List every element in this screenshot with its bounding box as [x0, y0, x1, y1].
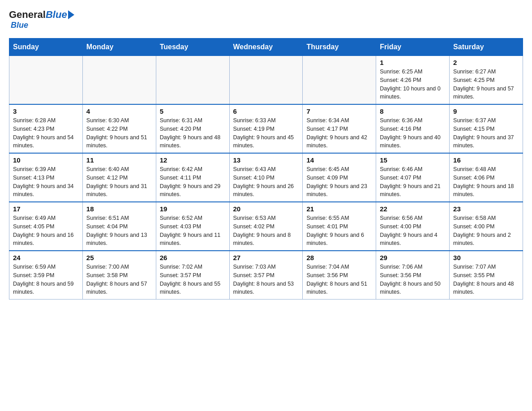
calendar-week-3: 10Sunrise: 6:39 AM Sunset: 4:13 PM Dayli…	[9, 153, 523, 202]
day-number: 25	[86, 254, 152, 261]
day-info: Sunrise: 6:52 AM Sunset: 4:03 PM Dayligh…	[160, 214, 226, 248]
day-info: Sunrise: 6:42 AM Sunset: 4:11 PM Dayligh…	[160, 165, 226, 199]
header-monday: Monday	[82, 39, 156, 56]
calendar-cell: 22Sunrise: 6:56 AM Sunset: 4:00 PM Dayli…	[376, 202, 450, 251]
calendar-cell: 3Sunrise: 6:28 AM Sunset: 4:23 PM Daylig…	[9, 104, 83, 153]
day-info: Sunrise: 7:06 AM Sunset: 3:56 PM Dayligh…	[380, 263, 446, 296]
day-number: 27	[233, 254, 299, 261]
day-number: 15	[380, 156, 446, 164]
calendar-cell	[229, 56, 303, 105]
calendar-cell: 19Sunrise: 6:52 AM Sunset: 4:03 PM Dayli…	[156, 202, 229, 251]
day-info: Sunrise: 6:56 AM Sunset: 4:00 PM Dayligh…	[380, 214, 446, 248]
calendar-cell: 2Sunrise: 6:27 AM Sunset: 4:25 PM Daylig…	[450, 56, 523, 105]
calendar-cell: 20Sunrise: 6:53 AM Sunset: 4:02 PM Dayli…	[229, 202, 303, 251]
day-number: 28	[306, 254, 372, 261]
calendar-week-5: 24Sunrise: 6:59 AM Sunset: 3:59 PM Dayli…	[9, 251, 523, 300]
day-number: 6	[233, 107, 299, 115]
day-info: Sunrise: 7:04 AM Sunset: 3:56 PM Dayligh…	[306, 263, 372, 296]
calendar-cell: 13Sunrise: 6:43 AM Sunset: 4:10 PM Dayli…	[229, 153, 303, 202]
day-number: 14	[306, 156, 372, 164]
calendar-cell: 29Sunrise: 7:06 AM Sunset: 3:56 PM Dayli…	[376, 251, 450, 300]
header-friday: Friday	[376, 39, 450, 56]
page-header: General Blue Blue	[9, 9, 523, 30]
logo-blue: Blue	[46, 9, 67, 21]
logo-subtitle: Blue	[11, 21, 28, 30]
calendar-cell: 27Sunrise: 7:03 AM Sunset: 3:57 PM Dayli…	[229, 251, 303, 300]
day-info: Sunrise: 6:37 AM Sunset: 4:15 PM Dayligh…	[453, 116, 519, 150]
day-info: Sunrise: 6:33 AM Sunset: 4:19 PM Dayligh…	[233, 116, 299, 150]
day-info: Sunrise: 6:58 AM Sunset: 4:00 PM Dayligh…	[453, 214, 519, 248]
day-number: 5	[160, 107, 226, 115]
day-info: Sunrise: 6:25 AM Sunset: 4:26 PM Dayligh…	[380, 68, 446, 101]
day-info: Sunrise: 6:53 AM Sunset: 4:02 PM Dayligh…	[233, 214, 299, 248]
day-number: 29	[380, 254, 446, 261]
header-sunday: Sunday	[9, 39, 83, 56]
day-number: 9	[453, 107, 519, 115]
calendar-cell: 7Sunrise: 6:34 AM Sunset: 4:17 PM Daylig…	[303, 104, 376, 153]
day-info: Sunrise: 6:39 AM Sunset: 4:13 PM Dayligh…	[13, 165, 79, 199]
calendar-week-4: 17Sunrise: 6:49 AM Sunset: 4:05 PM Dayli…	[9, 202, 523, 251]
day-info: Sunrise: 6:43 AM Sunset: 4:10 PM Dayligh…	[233, 165, 299, 199]
day-info: Sunrise: 7:07 AM Sunset: 3:55 PM Dayligh…	[453, 263, 519, 296]
day-number: 18	[86, 205, 152, 213]
day-number: 8	[380, 107, 446, 115]
calendar-cell	[303, 56, 376, 105]
header-thursday: Thursday	[303, 39, 376, 56]
day-number: 4	[86, 107, 152, 115]
calendar-cell: 23Sunrise: 6:58 AM Sunset: 4:00 PM Dayli…	[450, 202, 523, 251]
logo: General Blue Blue	[9, 9, 74, 30]
day-number: 23	[453, 205, 519, 213]
calendar-cell	[82, 56, 156, 105]
day-info: Sunrise: 6:30 AM Sunset: 4:22 PM Dayligh…	[86, 116, 152, 150]
day-info: Sunrise: 6:51 AM Sunset: 4:04 PM Dayligh…	[86, 214, 152, 248]
day-number: 24	[13, 254, 79, 261]
day-number: 21	[306, 205, 372, 213]
calendar-cell: 25Sunrise: 7:00 AM Sunset: 3:58 PM Dayli…	[82, 251, 156, 300]
calendar-cell	[9, 56, 83, 105]
calendar-week-2: 3Sunrise: 6:28 AM Sunset: 4:23 PM Daylig…	[9, 104, 523, 153]
calendar-cell: 24Sunrise: 6:59 AM Sunset: 3:59 PM Dayli…	[9, 251, 83, 300]
day-number: 30	[453, 254, 519, 261]
calendar-cell: 16Sunrise: 6:48 AM Sunset: 4:06 PM Dayli…	[450, 153, 523, 202]
day-number: 16	[453, 156, 519, 164]
day-number: 19	[160, 205, 226, 213]
day-info: Sunrise: 7:02 AM Sunset: 3:57 PM Dayligh…	[160, 263, 226, 296]
calendar-cell: 28Sunrise: 7:04 AM Sunset: 3:56 PM Dayli…	[303, 251, 376, 300]
day-number: 22	[380, 205, 446, 213]
day-info: Sunrise: 6:36 AM Sunset: 4:16 PM Dayligh…	[380, 116, 446, 150]
header-wednesday: Wednesday	[229, 39, 303, 56]
day-number: 3	[13, 107, 79, 115]
calendar-header-row: SundayMondayTuesdayWednesdayThursdayFrid…	[9, 39, 523, 56]
calendar-cell: 10Sunrise: 6:39 AM Sunset: 4:13 PM Dayli…	[9, 153, 83, 202]
day-number: 20	[233, 205, 299, 213]
calendar-table: SundayMondayTuesdayWednesdayThursdayFrid…	[9, 38, 523, 300]
day-info: Sunrise: 6:45 AM Sunset: 4:09 PM Dayligh…	[306, 165, 372, 199]
calendar-cell: 8Sunrise: 6:36 AM Sunset: 4:16 PM Daylig…	[376, 104, 450, 153]
calendar-cell: 12Sunrise: 6:42 AM Sunset: 4:11 PM Dayli…	[156, 153, 229, 202]
day-number: 12	[160, 156, 226, 164]
day-info: Sunrise: 6:55 AM Sunset: 4:01 PM Dayligh…	[306, 214, 372, 248]
calendar-cell: 15Sunrise: 6:46 AM Sunset: 4:07 PM Dayli…	[376, 153, 450, 202]
day-info: Sunrise: 6:34 AM Sunset: 4:17 PM Dayligh…	[306, 116, 372, 150]
header-saturday: Saturday	[450, 39, 523, 56]
day-info: Sunrise: 6:49 AM Sunset: 4:05 PM Dayligh…	[13, 214, 79, 248]
header-tuesday: Tuesday	[156, 39, 229, 56]
day-info: Sunrise: 6:40 AM Sunset: 4:12 PM Dayligh…	[86, 165, 152, 199]
day-info: Sunrise: 7:00 AM Sunset: 3:58 PM Dayligh…	[86, 263, 152, 296]
calendar-cell: 30Sunrise: 7:07 AM Sunset: 3:55 PM Dayli…	[450, 251, 523, 300]
day-info: Sunrise: 6:59 AM Sunset: 3:59 PM Dayligh…	[13, 263, 79, 296]
day-number: 10	[13, 156, 79, 164]
calendar-cell: 4Sunrise: 6:30 AM Sunset: 4:22 PM Daylig…	[82, 104, 156, 153]
day-number: 11	[86, 156, 152, 164]
day-number: 1	[380, 59, 446, 66]
calendar-cell: 14Sunrise: 6:45 AM Sunset: 4:09 PM Dayli…	[303, 153, 376, 202]
calendar-cell: 18Sunrise: 6:51 AM Sunset: 4:04 PM Dayli…	[82, 202, 156, 251]
day-info: Sunrise: 6:27 AM Sunset: 4:25 PM Dayligh…	[453, 68, 519, 101]
day-info: Sunrise: 6:48 AM Sunset: 4:06 PM Dayligh…	[453, 165, 519, 199]
day-info: Sunrise: 6:46 AM Sunset: 4:07 PM Dayligh…	[380, 165, 446, 199]
calendar-cell: 21Sunrise: 6:55 AM Sunset: 4:01 PM Dayli…	[303, 202, 376, 251]
day-info: Sunrise: 6:28 AM Sunset: 4:23 PM Dayligh…	[13, 116, 79, 150]
day-info: Sunrise: 6:31 AM Sunset: 4:20 PM Dayligh…	[160, 116, 226, 150]
day-number: 26	[160, 254, 226, 261]
day-number: 2	[453, 59, 519, 66]
